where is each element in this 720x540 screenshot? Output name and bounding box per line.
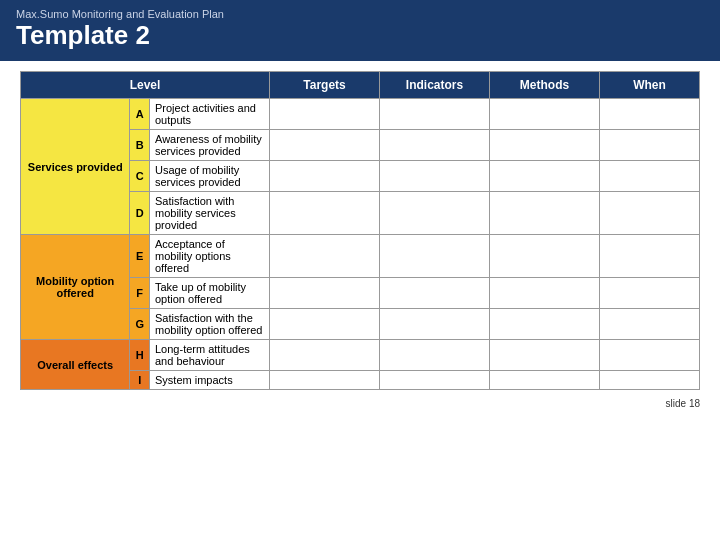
cell-indicators	[380, 278, 490, 309]
cell-targets	[270, 235, 380, 278]
row-letter: H	[130, 340, 150, 371]
cell-targets	[270, 130, 380, 161]
cell-when	[600, 309, 700, 340]
evaluation-table: Level Targets Indicators Methods When Se…	[20, 71, 700, 390]
row-description: Satisfaction with mobility services prov…	[150, 192, 270, 235]
cell-methods	[490, 340, 600, 371]
cell-when	[600, 340, 700, 371]
row-letter: B	[130, 130, 150, 161]
row-letter: G	[130, 309, 150, 340]
slide-number: slide 18	[666, 398, 700, 409]
cell-indicators	[380, 309, 490, 340]
col-header-indicators: Indicators	[380, 72, 490, 99]
group-label: Mobility option offered	[21, 235, 130, 340]
page-header: Max.Sumo Monitoring and Evaluation Plan …	[0, 0, 720, 61]
row-description: Project activities and outputs	[150, 99, 270, 130]
cell-methods	[490, 235, 600, 278]
page-footer: slide 18	[0, 396, 720, 409]
row-letter: E	[130, 235, 150, 278]
row-letter: I	[130, 371, 150, 390]
col-header-level: Level	[21, 72, 270, 99]
row-description: Awareness of mobility services provided	[150, 130, 270, 161]
cell-targets	[270, 309, 380, 340]
cell-indicators	[380, 99, 490, 130]
cell-indicators	[380, 235, 490, 278]
col-header-when: When	[600, 72, 700, 99]
cell-methods	[490, 192, 600, 235]
cell-methods	[490, 371, 600, 390]
cell-indicators	[380, 130, 490, 161]
cell-targets	[270, 371, 380, 390]
cell-indicators	[380, 161, 490, 192]
group-label: Overall effects	[21, 340, 130, 390]
cell-when	[600, 278, 700, 309]
cell-methods	[490, 278, 600, 309]
cell-targets	[270, 278, 380, 309]
row-description: Usage of mobility services provided	[150, 161, 270, 192]
cell-indicators	[380, 340, 490, 371]
cell-when	[600, 371, 700, 390]
row-letter: C	[130, 161, 150, 192]
cell-targets	[270, 99, 380, 130]
cell-targets	[270, 340, 380, 371]
main-content: Level Targets Indicators Methods When Se…	[0, 61, 720, 396]
cell-when	[600, 161, 700, 192]
row-description: Satisfaction with the mobility option of…	[150, 309, 270, 340]
row-description: Long-term attitudes and behaviour	[150, 340, 270, 371]
cell-when	[600, 235, 700, 278]
row-description: Acceptance of mobility options offered	[150, 235, 270, 278]
cell-methods	[490, 161, 600, 192]
col-header-targets: Targets	[270, 72, 380, 99]
cell-targets	[270, 192, 380, 235]
cell-when	[600, 130, 700, 161]
cell-methods	[490, 99, 600, 130]
cell-methods	[490, 130, 600, 161]
cell-when	[600, 192, 700, 235]
group-label: Services provided	[21, 99, 130, 235]
row-letter: F	[130, 278, 150, 309]
col-header-methods: Methods	[490, 72, 600, 99]
row-description: Take up of mobility option offered	[150, 278, 270, 309]
cell-indicators	[380, 192, 490, 235]
cell-indicators	[380, 371, 490, 390]
cell-methods	[490, 309, 600, 340]
cell-targets	[270, 161, 380, 192]
row-description: System impacts	[150, 371, 270, 390]
row-letter: D	[130, 192, 150, 235]
header-title: Template 2	[16, 20, 704, 51]
cell-when	[600, 99, 700, 130]
header-subtitle: Max.Sumo Monitoring and Evaluation Plan	[16, 8, 704, 20]
row-letter: A	[130, 99, 150, 130]
